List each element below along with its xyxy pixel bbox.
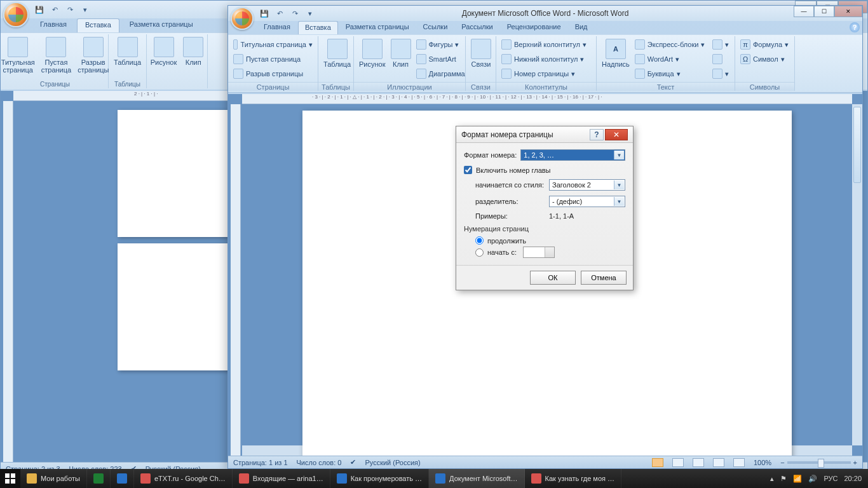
chevron-down-icon[interactable]: ▼ <box>614 180 624 189</box>
titlebar-front[interactable]: 💾 ↶ ↷ ▾ Документ Microsoft Office Word -… <box>228 6 862 21</box>
quick-parts-button[interactable]: Экспресс-блоки ▾ <box>632 37 708 51</box>
header-button[interactable]: Верхний колонтитул ▾ <box>499 37 593 51</box>
undo-icon[interactable]: ↶ <box>49 4 60 15</box>
object-button[interactable]: ▾ <box>710 67 731 81</box>
table-button[interactable]: Таблица <box>321 37 353 82</box>
dialog-titlebar[interactable]: Формат номера страницы ? ✕ <box>456 126 633 143</box>
office-button-back[interactable] <box>3 2 29 27</box>
undo-icon[interactable]: ↶ <box>274 8 285 19</box>
starts-style-combo[interactable]: Заголовок 2▼ <box>549 179 625 191</box>
view-outline[interactable] <box>713 458 724 467</box>
cover-page-button[interactable]: Титульная страница <box>0 36 37 75</box>
taskbar-item[interactable] <box>111 469 134 488</box>
page-number-button[interactable]: Номер страницы ▾ <box>499 67 593 81</box>
tab-home-back[interactable]: Главная <box>32 18 74 32</box>
scrollbar-thumb[interactable] <box>853 107 861 183</box>
ruler-vertical-back[interactable] <box>3 101 13 462</box>
start-at-radio[interactable] <box>475 248 484 257</box>
table-button[interactable]: Таблица <box>111 36 144 67</box>
continue-radio[interactable] <box>475 236 484 245</box>
view-print-layout[interactable] <box>652 458 663 467</box>
tray-network-icon[interactable]: 📶 <box>793 475 802 483</box>
tab-layout[interactable]: Разметка страницы <box>339 21 416 34</box>
save-icon[interactable]: 💾 <box>34 4 45 15</box>
textbox-button[interactable]: AНадпись <box>599 37 632 82</box>
clip-button[interactable]: Клип <box>388 37 414 82</box>
tab-mailings[interactable]: Рассылки <box>455 21 499 34</box>
taskbar-item[interactable]: Документ Microsoft… <box>429 469 524 488</box>
tray-lang[interactable]: РУС <box>824 475 837 482</box>
cancel-button[interactable]: Отмена <box>581 271 627 285</box>
smartart-button[interactable]: SmartArt <box>414 52 468 66</box>
chevron-down-icon[interactable]: ▼ <box>614 151 624 159</box>
tab-review[interactable]: Рецензирование <box>501 21 567 34</box>
tray-flag-icon[interactable]: ⚑ <box>780 475 787 483</box>
separator-combo[interactable]: - (дефис)▼ <box>549 196 625 207</box>
taskbar-item[interactable]: Мои работы <box>20 469 87 488</box>
view-draft[interactable] <box>733 458 745 467</box>
picture-button[interactable]: Рисунок <box>356 37 388 82</box>
clip-button[interactable]: Клип <box>180 36 206 67</box>
wordart-button[interactable]: WordArt ▾ <box>632 52 708 66</box>
office-button-front[interactable] <box>231 7 254 30</box>
tray-clock[interactable]: 20:20 <box>844 475 862 482</box>
proofing-icon[interactable]: ✔ <box>350 458 356 466</box>
number-format-combo[interactable]: 1, 2, 3, … ▼ <box>520 149 625 161</box>
tab-layout-back[interactable]: Разметка страницы <box>122 18 201 32</box>
redo-icon[interactable]: ↷ <box>64 4 76 15</box>
taskbar-item[interactable] <box>87 469 111 488</box>
tab-references[interactable]: Ссылки <box>417 21 454 34</box>
date-time-button[interactable] <box>710 52 731 66</box>
maximize-button[interactable]: ☐ <box>814 6 834 17</box>
page-break-button[interactable]: Разрыв страницы <box>75 36 111 75</box>
chevron-down-icon[interactable]: ▼ <box>614 197 624 206</box>
zoom-track[interactable] <box>787 461 851 464</box>
close-button[interactable]: ✕ <box>834 6 862 17</box>
redo-icon[interactable]: ↷ <box>289 8 301 19</box>
include-chapter-checkbox[interactable] <box>464 166 472 174</box>
taskbar-item[interactable]: Как узнать где моя … <box>525 469 622 488</box>
blank-page-button[interactable]: Пустая страница <box>39 36 74 75</box>
equation-button[interactable]: πФормула ▾ <box>738 37 792 51</box>
ruler-horizontal-front[interactable]: · 3 · | · 2 · | · 1 · | · △ · | · 1 · | … <box>242 94 852 104</box>
footer-button[interactable]: Нижний колонтитул ▾ <box>499 52 593 66</box>
taskbar-item[interactable]: eTXT.ru - Google Ch… <box>134 469 233 488</box>
scrollbar-vertical[interactable] <box>852 104 862 445</box>
dropcap-button[interactable]: Буквица ▾ <box>632 67 708 81</box>
tab-insert-back[interactable]: Вставка <box>77 18 119 32</box>
zoom-slider[interactable]: − + <box>780 459 857 466</box>
chart-button[interactable]: Диаграмма <box>414 67 468 81</box>
shapes-button[interactable]: Фигуры ▾ <box>414 37 468 51</box>
zoom-out-icon[interactable]: − <box>780 459 784 466</box>
qat-dropdown-icon[interactable]: ▾ <box>79 4 91 15</box>
ruler-vertical-front[interactable] <box>231 104 241 456</box>
start-at-spinner[interactable] <box>523 247 555 258</box>
zoom-in-icon[interactable]: + <box>853 459 857 466</box>
page-break-button[interactable]: Разрыв страницы <box>231 67 315 81</box>
status-words[interactable]: Число слов: 0 <box>297 459 342 466</box>
document-viewport-front[interactable]: Формат номера страницы ? ✕ Формат номера… <box>243 107 851 456</box>
tab-insert[interactable]: Вставка <box>298 21 338 34</box>
dialog-help-button[interactable]: ? <box>590 129 604 140</box>
dialog-close-button[interactable]: ✕ <box>605 129 628 140</box>
taskbar-item[interactable]: Входящие — arina1… <box>233 469 330 488</box>
view-web[interactable] <box>693 458 704 467</box>
start-button[interactable] <box>0 469 20 488</box>
signature-line-button[interactable]: ▾ <box>710 37 731 51</box>
tab-home[interactable]: Главная <box>257 21 297 34</box>
qat-dropdown-icon[interactable]: ▾ <box>304 8 316 19</box>
status-lang[interactable]: Русский (Россия) <box>365 459 420 466</box>
tray-volume-icon[interactable]: 🔊 <box>808 475 817 483</box>
symbol-button[interactable]: ΩСимвол ▾ <box>738 52 792 66</box>
zoom-level[interactable]: 100% <box>754 459 771 466</box>
tray-expand-icon[interactable]: ▴ <box>770 475 774 483</box>
minimize-button[interactable]: — <box>794 6 814 17</box>
picture-button[interactable]: Рисунок <box>148 36 180 67</box>
help-icon[interactable]: ? <box>850 22 860 32</box>
blank-page-button[interactable]: Пустая страница <box>231 52 315 66</box>
save-icon[interactable]: 💾 <box>259 8 270 19</box>
tab-view[interactable]: Вид <box>569 21 594 34</box>
document-page[interactable]: Формат номера страницы ? ✕ Формат номера… <box>302 111 792 456</box>
cover-page-button[interactable]: Титульная страница ▾ <box>231 37 315 51</box>
view-full-screen[interactable] <box>672 458 684 467</box>
